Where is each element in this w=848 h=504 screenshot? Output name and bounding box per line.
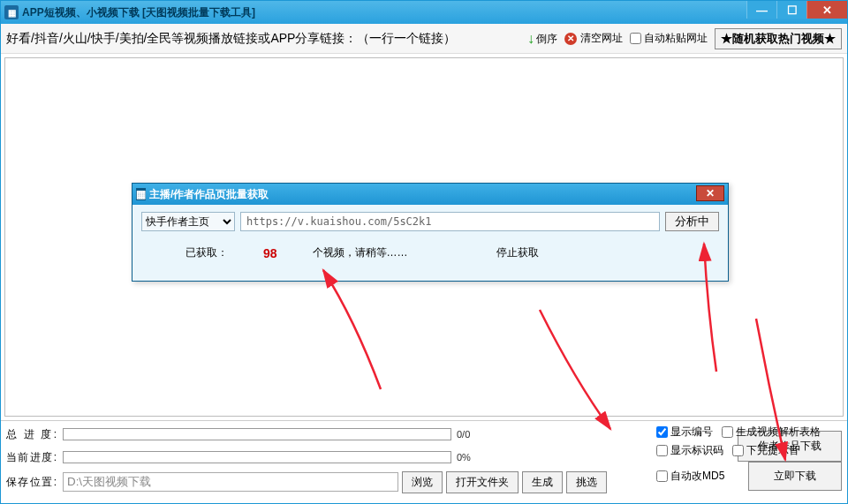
show-idcode-checkbox[interactable]: 显示标识码 <box>656 443 723 458</box>
total-progress-label: 总 进 度: <box>6 427 57 442</box>
current-progress-text: 0% <box>457 452 471 463</box>
clear-icon: ✕ <box>564 33 577 45</box>
pick-button[interactable]: 挑选 <box>566 471 607 493</box>
got-count: 98 <box>263 246 277 260</box>
autopaste-label: 自动粘贴网址 <box>644 31 708 46</box>
current-progress-label: 当前进度: <box>6 450 57 465</box>
reverse-order-button[interactable]: ↓ 倒序 <box>527 31 557 47</box>
auto-md5-checkbox-input[interactable] <box>656 470 668 482</box>
total-progress-bar <box>63 428 451 440</box>
download-now-button[interactable]: 立即下载 <box>748 462 842 491</box>
reverse-order-label: 倒序 <box>536 34 557 44</box>
save-path-input[interactable] <box>63 472 398 492</box>
gen-parse-table-label: 生成视频解析表格 <box>736 425 821 440</box>
window-controls: — ☐ ✕ <box>746 1 847 19</box>
author-url-input[interactable] <box>240 212 660 231</box>
got-label: 已获取： <box>186 245 228 260</box>
auto-md5-label: 自动改MD5 <box>670 469 724 484</box>
current-progress-bar <box>63 451 451 463</box>
random-hot-button[interactable]: ★随机获取热门视频★ <box>715 28 842 49</box>
window-title: APP短视频、小视频下载 [天图视频批量下载工具] <box>22 5 255 20</box>
done-sound-checkbox-input[interactable] <box>732 445 744 456</box>
show-idcode-checkbox-input[interactable] <box>656 445 668 456</box>
right-options-column: 显示编号 生成视频解析表格 显示标识码 下完提示音 自动改MD5 立即下载 <box>656 425 842 500</box>
source-select[interactable]: 快手作者主页 <box>141 212 235 231</box>
total-progress-text: 0/0 <box>457 429 470 440</box>
author-batch-dialog: ▦ 主播/作者作品页批量获取 ✕ 快手作者主页 分析中 已获取： 98 个视频，… <box>132 183 729 282</box>
show-idcode-label: 显示标识码 <box>670 443 723 458</box>
show-index-checkbox-input[interactable] <box>656 426 668 438</box>
dialog-title: 主播/作者作品页批量获取 <box>149 187 269 202</box>
input-hint-label: 好看/抖音/火山/快手/美拍/全民等视频播放链接或APP分享链接：（一行一个链接… <box>6 31 456 47</box>
show-index-label: 显示编号 <box>670 425 713 440</box>
dialog-close-button[interactable]: ✕ <box>696 185 724 201</box>
save-path-label: 保存位置: <box>6 475 57 490</box>
videos-wait-label: 个视频，请稍等…… <box>313 245 408 260</box>
app-icon: ▦ <box>4 5 19 19</box>
stop-fetch-button[interactable]: 停止获取 <box>496 245 539 260</box>
done-sound-checkbox[interactable]: 下完提示音 <box>732 443 799 458</box>
dialog-title-bar: ▦ 主播/作者作品页批量获取 ✕ <box>132 184 728 205</box>
toolbar: 好看/抖音/火山/快手/美拍/全民等视频播放链接或APP分享链接：（一行一个链接… <box>1 24 847 54</box>
gen-parse-table-checkbox-input[interactable] <box>722 426 733 438</box>
open-folder-button[interactable]: 打开文件夹 <box>446 471 519 493</box>
dialog-app-icon: ▦ <box>136 188 146 200</box>
generate-button[interactable]: 生成 <box>522 471 563 493</box>
down-arrow-icon: ↓ <box>527 31 534 47</box>
browse-button[interactable]: 浏览 <box>402 471 443 493</box>
done-sound-label: 下完提示音 <box>746 443 799 458</box>
maximize-button[interactable]: ☐ <box>776 1 806 19</box>
close-button[interactable]: ✕ <box>806 1 847 19</box>
analyze-button[interactable]: 分析中 <box>665 212 719 231</box>
auto-md5-checkbox[interactable]: 自动改MD5 <box>656 469 724 484</box>
clear-urls-button[interactable]: ✕ 清空网址 <box>564 31 623 46</box>
title-bar: ▦ APP短视频、小视频下载 [天图视频批量下载工具] — ☐ ✕ <box>1 1 847 24</box>
autopaste-checkbox[interactable]: 自动粘贴网址 <box>630 31 708 46</box>
clear-urls-label: 清空网址 <box>580 31 623 46</box>
autopaste-checkbox-input[interactable] <box>630 33 641 44</box>
show-index-checkbox[interactable]: 显示编号 <box>656 425 713 440</box>
bottom-panel: 总 进 度: 0/0 作者作品下载 当前进度: 0% 保存位置: 浏览 打开文件… <box>1 420 847 503</box>
minimize-button[interactable]: — <box>746 1 776 19</box>
gen-parse-table-checkbox[interactable]: 生成视频解析表格 <box>722 425 821 440</box>
